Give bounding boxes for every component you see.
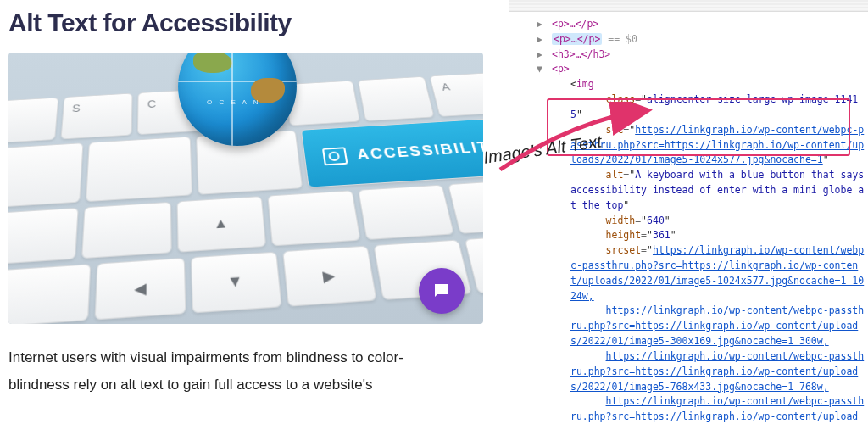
arrow-right-key: ▶ — [282, 245, 377, 306]
tag-p-selected[interactable]: <p>…</p> — [554, 33, 600, 45]
key — [448, 179, 483, 234]
key — [358, 185, 453, 240]
chat-icon — [431, 281, 452, 301]
body-line: Internet users with visual impairments f… — [8, 349, 403, 365]
tag-p-open[interactable]: <p> — [552, 63, 570, 75]
selected-hint: == $0 — [608, 33, 637, 45]
key: A — [430, 72, 483, 117]
accessibility-key-icon — [322, 147, 348, 165]
hero-image: L S C A ACCESSIBILITY tion ▲ — [8, 53, 483, 324]
arrow-left-key: ◀ — [95, 258, 186, 321]
key — [8, 142, 84, 209]
devtools-toolbar[interactable] — [509, 0, 868, 12]
devtools-pane[interactable]: ▶<p>…</p> ▶<p>…</p> == $0 ▶<h3>…</h3> ▼<… — [509, 0, 868, 424]
article-title: Alt Text for Accessibility — [8, 8, 492, 37]
elements-tree[interactable]: ▶<p>…</p> ▶<p>…</p> == $0 ▶<h3>…</h3> ▼<… — [509, 12, 868, 424]
key: L — [8, 98, 58, 144]
chat-fab[interactable] — [419, 268, 465, 314]
globe-label: O C E A N — [207, 98, 260, 106]
article-pane: Alt Text for Accessibility L S C A ACCES… — [8, 8, 492, 416]
arrow-up-key: ▲ — [176, 196, 266, 253]
key — [81, 202, 171, 259]
key: S — [60, 93, 133, 140]
key — [8, 264, 92, 324]
key — [86, 137, 192, 202]
body-line: blindness rely on alt text to gain full … — [8, 377, 372, 393]
article-body: Internet users with visual impairments f… — [8, 344, 492, 399]
img-element[interactable]: <img class="aligncenter size-large wp-im… — [520, 77, 865, 424]
accessibility-key-label: ACCESSIBILITY — [356, 138, 483, 164]
tag-h3[interactable]: <h3>…</h3> — [552, 48, 610, 60]
tag-p[interactable]: <p>…</p> — [552, 18, 598, 30]
key — [358, 76, 435, 121]
accessibility-key: ACCESSIBILITY — [301, 117, 483, 187]
key: tion — [8, 208, 79, 267]
arrow-down-key: ▼ — [190, 252, 281, 314]
key — [268, 190, 361, 246]
